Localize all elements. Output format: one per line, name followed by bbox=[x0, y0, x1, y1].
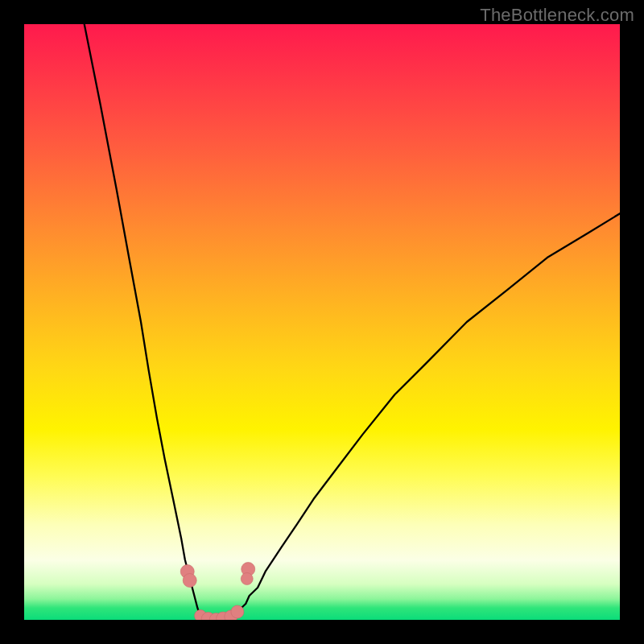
curve-path bbox=[85, 24, 620, 617]
data-marker bbox=[241, 573, 253, 585]
data-markers bbox=[180, 563, 254, 620]
data-marker bbox=[183, 574, 196, 588]
watermark-text: TheBottleneck.com bbox=[480, 5, 634, 26]
curve-layer bbox=[24, 24, 620, 620]
bottleneck-curve bbox=[85, 24, 620, 617]
data-marker bbox=[231, 605, 244, 618]
chart-frame: TheBottleneck.com bbox=[0, 0, 644, 644]
plot-area bbox=[24, 24, 620, 620]
